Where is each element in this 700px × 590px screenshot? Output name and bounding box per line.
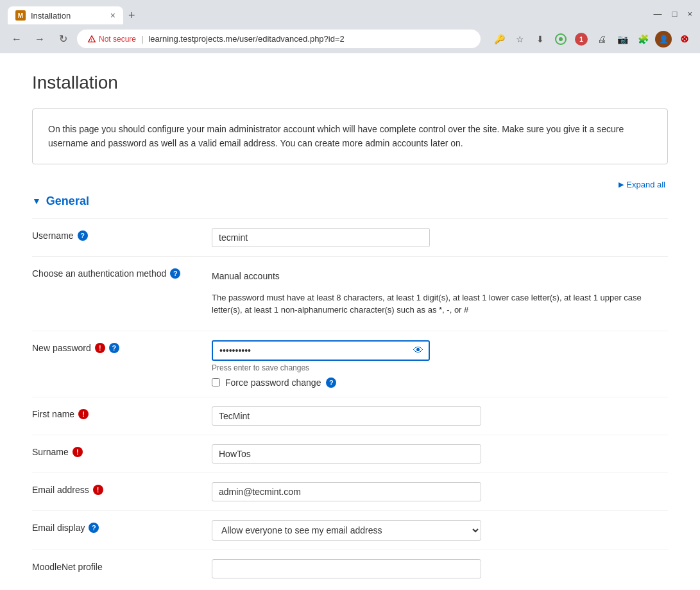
window-controls: — □ × (654, 9, 692, 22)
press-enter-hint: Press enter to save changes (212, 363, 668, 372)
firstname-input-cell (212, 404, 668, 428)
svg-text:!: ! (91, 37, 92, 42)
warning-icon: ! (87, 35, 96, 44)
warning-circle-icon[interactable]: ⊗ (676, 31, 692, 48)
tab-close-button[interactable]: × (110, 10, 115, 21)
profile-avatar[interactable]: 👤 (655, 31, 672, 48)
username-help-icon[interactable]: ? (78, 230, 88, 241)
force-password-label: Force password change (225, 377, 321, 388)
info-box: On this page you should configure your m… (32, 108, 668, 164)
close-button[interactable]: × (687, 9, 692, 19)
surname-row: Surname ! (32, 435, 668, 473)
maximize-button[interactable]: □ (672, 9, 678, 19)
firstname-label: First name (32, 409, 74, 419)
email-display-row: Email display ? Allow everyone to see my… (32, 510, 668, 550)
moodlenet-label: MoodleNet profile (32, 562, 103, 572)
auth-value: Manual accounts (212, 266, 668, 286)
surname-label-cell: Surname ! (32, 442, 212, 462)
username-input-cell (212, 225, 668, 250)
surname-label: Surname (32, 447, 69, 457)
extensions-badge: 1 (575, 33, 588, 46)
username-label-cell: Username ? (32, 225, 212, 246)
back-button[interactable]: ← (8, 30, 26, 48)
required-icon: ! (95, 343, 105, 353)
email-required-icon: ! (93, 485, 103, 495)
security-warning: ! Not secure (87, 35, 136, 44)
surname-required-icon: ! (73, 447, 83, 457)
email-display-label: Email display (32, 523, 85, 533)
firstname-required-icon: ! (78, 409, 89, 419)
moodlenet-row: MoodleNet profile (32, 550, 668, 587)
email-label: Email address (32, 485, 89, 495)
firstname-input[interactable] (212, 406, 481, 426)
auth-method-row: Choose an authentication method ? Manual… (32, 256, 668, 331)
auth-label: Choose an authentication method (32, 268, 166, 279)
username-label: Username (32, 230, 74, 241)
new-password-row: New password ! ? 👁 Press enter to save c… (32, 331, 668, 397)
email-label-cell: Email address ! (32, 480, 212, 500)
address-bar[interactable]: ! Not secure | learning.testprojects.me/… (77, 30, 481, 48)
email-display-help-icon[interactable]: ? (89, 523, 99, 533)
expand-all-row: ▶ Expand all (32, 180, 668, 189)
browser-titlebar: M Installation × + — □ × (0, 0, 700, 26)
username-row: Username ? (32, 218, 668, 256)
toggle-password-icon[interactable]: 👁 (413, 345, 423, 356)
chrome-icon[interactable] (552, 31, 569, 48)
browser-toolbar: ← → ↻ ! Not secure | learning.testprojec… (0, 26, 700, 53)
email-display-input-cell: Allow everyone to see my email address A… (212, 517, 668, 543)
force-password-row: Force password change ? (212, 377, 668, 388)
forward-button[interactable]: → (31, 30, 49, 48)
moodlenet-input-cell (212, 557, 668, 581)
camera-icon[interactable]: 📷 (614, 31, 631, 48)
password-rules: The password must have at least 8 charac… (212, 286, 668, 322)
username-input[interactable] (212, 228, 430, 247)
not-secure-label: Not secure (99, 35, 136, 44)
star-icon[interactable]: ☆ (511, 31, 528, 48)
auth-help-icon[interactable]: ? (170, 268, 180, 279)
general-section-header[interactable]: ▼ General (32, 195, 668, 208)
email-row: Email address ! (32, 473, 668, 510)
page-title: Installation (32, 73, 668, 93)
auth-label-cell: Choose an authentication method ? (32, 263, 212, 284)
expand-all-label: Expand all (626, 180, 665, 189)
page-content: Installation On this page you should con… (0, 53, 700, 590)
download-icon[interactable]: ⬇ (532, 31, 549, 48)
expand-all-link[interactable]: ▶ Expand all (619, 180, 665, 189)
puzzle-icon[interactable]: 🧩 (635, 31, 651, 48)
new-password-input-cell: 👁 Press enter to save changes Force pass… (212, 338, 668, 390)
password-wrapper: 👁 (212, 340, 430, 361)
force-password-checkbox[interactable] (212, 378, 220, 386)
browser-tab[interactable]: M Installation × (8, 6, 123, 24)
key-icon[interactable]: 🔑 (491, 31, 508, 48)
new-password-input[interactable] (212, 340, 430, 361)
refresh-button[interactable]: ↻ (54, 30, 72, 48)
tab-title: Installation (31, 11, 71, 21)
surname-input[interactable] (212, 444, 481, 464)
minimize-button[interactable]: — (654, 9, 662, 19)
email-display-select[interactable]: Allow everyone to see my email address A… (212, 520, 481, 541)
toolbar-icons: 🔑 ☆ ⬇ 1 🖨 📷 🧩 👤 ⊗ (491, 31, 692, 48)
info-text: On this page you should configure your m… (48, 124, 624, 148)
browser-window: M Installation × + — □ × ← → ↻ ! Not sec… (0, 0, 700, 590)
email-input-cell (212, 480, 668, 504)
extensions-icon[interactable]: 1 (573, 31, 590, 48)
address-url: learning.testprojects.me/user/editadvanc… (148, 34, 344, 44)
firstname-label-cell: First name ! (32, 404, 212, 424)
expand-arrow-icon: ▶ (619, 180, 624, 189)
firstname-row: First name ! (32, 397, 668, 435)
auth-value-cell: Manual accounts The password must have a… (212, 263, 668, 324)
section-title: General (46, 195, 89, 208)
new-tab-button[interactable]: + (123, 6, 141, 25)
moodlenet-input[interactable] (212, 559, 481, 578)
section-collapse-icon: ▼ (32, 196, 41, 206)
svg-point-2 (559, 37, 563, 41)
email-display-label-cell: Email display ? (32, 517, 212, 538)
tab-favicon: M (15, 10, 26, 21)
new-password-help-icon[interactable]: ? (109, 343, 119, 353)
new-password-label: New password (32, 343, 91, 353)
print-icon[interactable]: 🖨 (593, 31, 610, 48)
force-password-help-icon[interactable]: ? (326, 377, 336, 388)
moodlenet-label-cell: MoodleNet profile (32, 557, 212, 577)
email-input[interactable] (212, 482, 481, 501)
surname-input-cell (212, 442, 668, 466)
